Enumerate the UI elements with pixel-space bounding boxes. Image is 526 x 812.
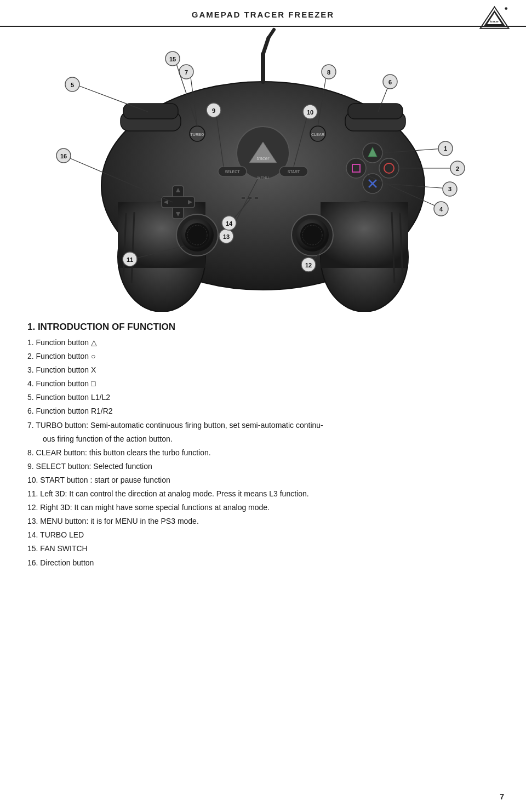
svg-text:8: 8 (327, 69, 330, 76)
svg-text:14: 14 (226, 220, 233, 227)
svg-text:15: 15 (169, 56, 176, 62)
svg-point-45 (379, 158, 399, 178)
svg-point-41 (300, 223, 324, 247)
svg-point-4 (505, 7, 507, 10)
list-item: 9. SELECT button: Selected function (27, 460, 499, 473)
svg-text:6: 6 (388, 79, 392, 85)
gamepad-diagram: TURBO CLEAR tracer SELECT START MENU (27, 27, 499, 312)
list-item: 7. TURBO button: Semi-automatic continuo… (27, 419, 499, 432)
svg-text:5: 5 (71, 82, 74, 88)
list-item: 8. CLEAR button: this button clears the … (27, 446, 499, 460)
svg-text:MENU: MENU (258, 176, 269, 180)
svg-line-16 (268, 30, 274, 38)
section-title: 1. INTRODUCTION OF FUNCTION (27, 322, 499, 333)
svg-rect-13 (348, 104, 403, 119)
list-item: 4. Function button □ (27, 377, 499, 391)
list-item: 14. TURBO LED (27, 528, 499, 542)
svg-text:3: 3 (448, 186, 451, 192)
list-item-continuation: ous firing function of the action button… (27, 432, 499, 446)
svg-text:10: 10 (307, 109, 313, 116)
list-item: 6. Function button R1/R2 (27, 404, 499, 418)
svg-line-15 (263, 38, 268, 54)
list-item: 11. Left 3D: It can control the directio… (27, 487, 499, 501)
list-item: 10. START button : start or pause functi… (27, 473, 499, 487)
svg-text:TURBO: TURBO (191, 133, 204, 136)
svg-rect-52 (241, 197, 245, 199)
page-title: GAMEPAD TRACER FREEZER (22, 10, 504, 19)
svg-text:9: 9 (212, 107, 215, 114)
svg-rect-54 (254, 197, 259, 199)
function-list: 1. Function button △ 2. Function button … (27, 336, 499, 570)
svg-line-71 (79, 86, 148, 112)
list-item: 15. FAN SWITCH (27, 542, 499, 556)
list-item: 2. Function button ○ (27, 350, 499, 363)
list-item: 5. Function button L1/L2 (27, 391, 499, 404)
svg-text:2: 2 (456, 165, 459, 172)
page-header: GAMEPAD TRACER FREEZER tracer (0, 0, 526, 27)
page-number: 7 (500, 792, 504, 801)
svg-text:START: START (288, 170, 300, 174)
list-item: 12. Right 3D: It can might have some spe… (27, 501, 499, 514)
svg-text:11: 11 (127, 256, 133, 263)
content-section: 1. INTRODUCTION OF FUNCTION 1. Function … (0, 312, 526, 586)
list-item: 1. Function button △ (27, 336, 499, 350)
gamepad-svg: TURBO CLEAR tracer SELECT START MENU (27, 27, 499, 312)
svg-point-50 (346, 158, 366, 178)
svg-text:1: 1 (444, 145, 447, 152)
svg-text:CLEAR: CLEAR (311, 133, 324, 136)
svg-text:13: 13 (223, 233, 230, 240)
list-item: 3. Function button X (27, 363, 499, 377)
svg-text:SELECT: SELECT (225, 170, 240, 174)
svg-text:tracer: tracer (256, 156, 270, 161)
svg-text:4: 4 (439, 206, 443, 213)
svg-text:12: 12 (305, 262, 312, 268)
list-item: 13. MENU button: it is for MENU in the P… (27, 514, 499, 528)
svg-text:tracer: tracer (490, 20, 499, 23)
list-item: 16. Direction button (27, 556, 499, 570)
svg-point-37 (185, 223, 209, 247)
svg-text:16: 16 (60, 153, 67, 159)
svg-text:7: 7 (185, 69, 188, 76)
